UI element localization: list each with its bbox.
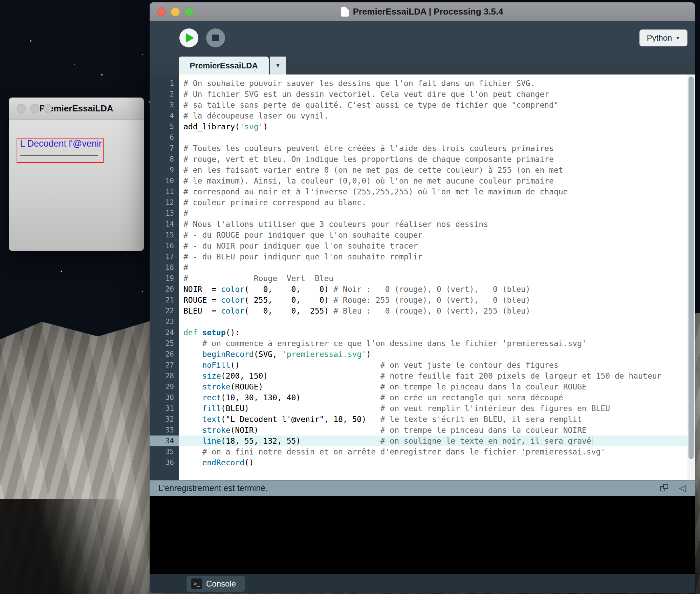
line-number: 3 [150,100,179,110]
status-bar: L'enregistrement est terminé. ◁ [150,480,695,496]
code-line[interactable]: beginRecord(SVG, 'premieressai.svg') [179,349,687,360]
line-number: 5 [150,121,179,132]
code-line[interactable]: ROUGE = color( 255, 0, 0) # Rouge: 255 (… [179,295,687,305]
window-controls [157,7,194,16]
line-number: 33 [150,425,179,436]
collapse-console-icon[interactable]: ◁ [679,484,686,493]
line-number: 11 [150,186,179,197]
zoom-button-icon[interactable] [185,7,194,16]
code-line[interactable]: fill(BLEU) # on veut remplir l'intérieur… [179,403,687,414]
line-number: 36 [150,457,179,468]
line-number: 29 [150,381,179,392]
code-line[interactable]: # la découpeuse laser ou vynil. [179,110,687,121]
code-line[interactable]: # couleur primaire correspond au blanc. [179,197,687,208]
line-number: 15 [150,230,179,240]
code-line[interactable]: line(18, 55, 132, 55) # on souligne le t… [179,436,687,446]
code-line[interactable]: # correspond au noir et à l'inverse (255… [179,186,687,197]
code-line[interactable] [179,132,687,143]
line-number: 10 [150,175,179,186]
editor-scrollbar[interactable] [687,75,695,480]
code-line[interactable]: # sa taille sans perte de qualité. C'est… [179,100,687,110]
zoom-button-inactive-icon[interactable] [43,104,52,113]
line-number: 7 [150,143,179,154]
window-title: PremierEssaiLDA | Processing 3.5.4 [353,6,503,17]
play-icon [186,33,194,43]
line-number: 35 [150,446,179,457]
tab-menu-button[interactable]: ▼ [270,57,286,75]
tab-premieressailda[interactable]: PremierEssaiLDA [179,57,269,75]
code-line[interactable]: # - du NOIR pour indiquer que l'on souha… [179,240,687,251]
line-number: 14 [150,219,179,230]
line-number: 25 [150,338,179,349]
chevron-down-icon: ▼ [275,63,281,69]
scrollbar-thumb[interactable] [688,77,694,459]
line-number: 26 [150,349,179,360]
code-line[interactable]: rect(10, 30, 130, 40) # on crée un recta… [179,392,687,403]
stop-button[interactable] [206,28,225,47]
code-line[interactable]: BLEU = color( 0, 0, 255) # Bleu : 0 (rou… [179,305,687,316]
console-tab-button[interactable]: >_ Console [187,576,245,592]
line-number: 28 [150,370,179,381]
status-icons: ◁ [660,484,686,493]
line-number: 24 [150,327,179,338]
status-message: L'enregistrement est terminé. [158,483,268,493]
code-line[interactable]: NOIR = color( 0, 0, 0) # Noir : 0 (rouge… [179,284,687,295]
text-cursor [592,437,592,446]
window-titlebar[interactable]: PremierEssaiLDA | Processing 3.5.4 [150,2,695,21]
line-number: 23 [150,316,179,327]
drawn-text: L Decodent l'@venir [20,139,102,149]
line-number: 22 [150,305,179,316]
code-editor[interactable]: 1234567891011121314151617181920212223242… [150,75,695,480]
code-line[interactable]: add_library('svg') [179,121,687,132]
copy-icon-front [663,484,668,489]
code-line[interactable]: # on commence à enregistrer ce que l'on … [179,338,687,349]
code-line[interactable]: stroke(NOIR) # on trempe le pinceau dans… [179,425,687,436]
minimize-button-icon[interactable] [171,7,180,16]
line-number: 8 [150,154,179,165]
minimize-button-inactive-icon[interactable] [30,104,39,113]
copy-icon[interactable] [660,484,670,493]
console-output [150,496,695,574]
code-line[interactable]: def setup(): [179,327,687,338]
code-line[interactable]: # On souhaite pouvoir sauver les dessins… [179,78,687,89]
code-line[interactable]: noFill() # on veut juste le contour des … [179,360,687,370]
line-number: 30 [150,392,179,403]
code-line[interactable]: text("L Decodent l'@venir", 18, 50) # le… [179,414,687,425]
mode-label: Python [647,33,672,43]
code-line[interactable]: # Rouge Vert Bleu [179,273,687,284]
editor-gutter: 1234567891011121314151617181920212223242… [150,75,179,480]
line-number: 21 [150,295,179,305]
code-line[interactable]: # Toutes les couleurs peuvent être créée… [179,143,687,154]
line-number: 34 [150,436,179,446]
code-line[interactable]: # rouge, vert et bleu. On indique les pr… [179,154,687,165]
mode-selector[interactable]: Python ▼ [639,29,687,46]
run-button[interactable] [179,28,198,47]
code-line[interactable]: # Nous l'allons utiliser que 3 couleurs … [179,219,687,230]
code-line[interactable]: # en les faisant varier entre 0 (on ne m… [179,165,687,175]
code-line[interactable]: # - du BLEU pour indiquer que l'on souha… [179,251,687,262]
code-line[interactable]: size(200, 150) # notre feuille fait 200 … [179,370,687,381]
processing-ide-window: PremierEssaiLDA | Processing 3.5.4 Pytho… [150,2,695,593]
close-button-icon[interactable] [157,7,166,16]
line-number: 27 [150,360,179,370]
code-line[interactable]: stroke(ROUGE) # on trempe le pinceau dan… [179,381,687,392]
code-line[interactable]: endRecord() [179,457,687,468]
line-number: 18 [150,262,179,273]
code-line[interactable] [179,316,687,327]
code-line[interactable]: # - du ROUGE pour indiquer que l'on souh… [179,230,687,240]
code-line[interactable]: # [179,208,687,219]
terminal-icon: >_ [191,578,202,589]
footer-bar: >_ Console [150,574,695,593]
editor-code[interactable]: # On souhaite pouvoir sauver les dessins… [179,75,687,480]
close-button-inactive-icon[interactable] [17,104,26,113]
line-number: 16 [150,240,179,251]
sketch-window-titlebar[interactable]: PremierEssaiLDA [9,98,144,120]
code-line[interactable]: # Un fichier SVG est un dessin vectoriel… [179,89,687,100]
code-line[interactable]: # [179,262,687,273]
sketch-window-controls [17,104,52,113]
code-line[interactable]: # le maximum). Ainsi, la couleur (0,0,0)… [179,175,687,186]
line-number: 19 [150,273,179,284]
code-line[interactable]: # on a fini notre dessin et on arrête d'… [179,446,687,457]
line-number: 6 [150,132,179,143]
line-number: 4 [150,110,179,121]
